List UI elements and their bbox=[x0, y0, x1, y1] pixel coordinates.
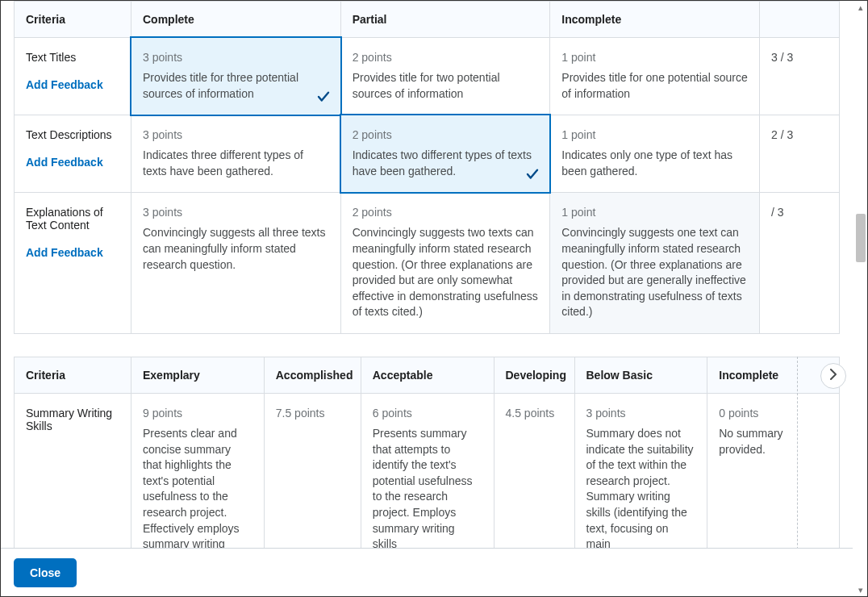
rubric2-header-row: Criteria Exemplary Accomplished Acceptab… bbox=[14, 357, 840, 394]
criterion-name: Text Titles bbox=[26, 51, 119, 64]
criterion-cell: Summary Writing Skills bbox=[14, 394, 131, 548]
level-cell-accomplished[interactable]: 7.5 points bbox=[264, 394, 361, 548]
level-cell-partial[interactable]: 2 points Convincingly suggests two texts… bbox=[340, 193, 550, 334]
checkmark-icon bbox=[525, 167, 540, 184]
criterion-score: 3 / 3 bbox=[759, 38, 840, 115]
rubric1-header-incomplete: Incomplete bbox=[549, 1, 759, 38]
rubric2-header-below-basic: Below Basic bbox=[574, 357, 707, 394]
level-desc: Indicates only one type of text has been… bbox=[561, 148, 748, 179]
level-points: 7.5 points bbox=[276, 407, 349, 420]
level-cell-incomplete[interactable]: 0 points No summary provided. bbox=[707, 394, 840, 548]
level-desc: Convincingly suggests two texts can mean… bbox=[353, 225, 539, 320]
rubric2-header-accomplished: Accomplished bbox=[264, 357, 361, 394]
rubric2-header-criteria: Criteria bbox=[14, 357, 131, 394]
criterion-name: Explanations of Text Content bbox=[26, 206, 119, 232]
close-button[interactable]: Close bbox=[14, 558, 77, 587]
level-points: 2 points bbox=[353, 128, 539, 141]
rubric1-row-text-descriptions: Text Descriptions Add Feedback 3 points … bbox=[14, 115, 840, 193]
outer-scroll-thumb[interactable] bbox=[856, 214, 866, 262]
rubric1-header-score bbox=[759, 1, 840, 38]
rubric1-header-criteria: Criteria bbox=[14, 1, 131, 38]
level-points: 1 point bbox=[561, 51, 748, 64]
level-desc: Summary does not indicate the suitabilit… bbox=[586, 426, 696, 548]
rubric-table-2: Criteria Exemplary Accomplished Acceptab… bbox=[14, 357, 840, 548]
criterion-score: 2 / 3 bbox=[759, 115, 840, 193]
rubric-scroll-area[interactable]: Criteria Complete Partial Incomplete Tex… bbox=[1, 1, 853, 548]
level-cell-complete[interactable]: 3 points Provides title for three potent… bbox=[131, 38, 340, 115]
level-cell-complete[interactable]: 3 points Indicates three different types… bbox=[131, 115, 340, 193]
level-points: 6 points bbox=[373, 407, 482, 420]
add-feedback-link[interactable]: Add Feedback bbox=[26, 156, 103, 169]
footer-bar: Close bbox=[1, 548, 853, 596]
level-cell-complete[interactable]: 3 points Convincingly suggests all three… bbox=[131, 193, 340, 334]
rubric2-header-developing: Developing bbox=[494, 357, 574, 394]
add-feedback-link[interactable]: Add Feedback bbox=[26, 78, 103, 91]
rubric1-header-row: Criteria Complete Partial Incomplete bbox=[14, 1, 840, 38]
level-points: 3 points bbox=[586, 407, 696, 420]
level-points: 3 points bbox=[143, 206, 329, 219]
outer-scroll-down-icon[interactable]: ▾ bbox=[856, 585, 866, 595]
rubric2-header-exemplary: Exemplary bbox=[131, 357, 264, 394]
criterion-cell: Text Titles Add Feedback bbox=[14, 38, 131, 115]
level-points: 3 points bbox=[143, 51, 329, 64]
level-desc: Provides title for one potential source … bbox=[561, 70, 748, 102]
rubric2-overflow-divider bbox=[797, 357, 798, 548]
outer-scroll-up-icon[interactable]: ▴ bbox=[856, 2, 866, 12]
chevron-right-icon bbox=[829, 369, 837, 382]
level-cell-incomplete[interactable]: 1 point Convincingly suggests one text c… bbox=[549, 193, 759, 334]
add-feedback-link[interactable]: Add Feedback bbox=[26, 246, 103, 259]
rubric1-row-text-titles: Text Titles Add Feedback 3 points Provid… bbox=[14, 38, 840, 115]
level-desc: Provides title for two potential sources… bbox=[353, 70, 539, 102]
rubric2-header-acceptable: Acceptable bbox=[361, 357, 494, 394]
rubric1-row-explanations: Explanations of Text Content Add Feedbac… bbox=[14, 193, 840, 334]
level-points: 1 point bbox=[561, 128, 748, 141]
level-desc: No summary provided. bbox=[719, 426, 828, 457]
level-desc: Provides title for three potential sourc… bbox=[143, 70, 329, 102]
rubric1-header-partial: Partial bbox=[340, 1, 550, 38]
level-points: 2 points bbox=[353, 51, 539, 64]
level-points: 4.5 points bbox=[506, 407, 563, 420]
level-cell-developing[interactable]: 4.5 points bbox=[494, 394, 574, 548]
level-desc: Presents clear and concise summary that … bbox=[143, 426, 252, 548]
criterion-name: Summary Writing Skills bbox=[26, 407, 119, 432]
level-cell-partial[interactable]: 2 points Provides title for two potentia… bbox=[340, 38, 550, 115]
level-points: 1 point bbox=[561, 206, 748, 219]
level-desc: Indicates two different types of texts h… bbox=[353, 148, 539, 179]
checkmark-icon bbox=[316, 90, 331, 106]
rubric2-scroll-right-button[interactable] bbox=[820, 363, 846, 389]
rubric2-row-summary-writing: Summary Writing Skills 9 points Presents… bbox=[14, 394, 840, 548]
rubric-table-1: Criteria Complete Partial Incomplete Tex… bbox=[14, 1, 840, 334]
level-points: 9 points bbox=[143, 407, 252, 420]
rubric2-wrap: Criteria Exemplary Accomplished Acceptab… bbox=[14, 357, 840, 548]
level-cell-acceptable[interactable]: 6 points Presents summary that attempts … bbox=[361, 394, 494, 548]
rubric1-header-complete: Complete bbox=[131, 1, 340, 38]
level-desc: Indicates three different types of texts… bbox=[143, 148, 329, 179]
level-cell-incomplete[interactable]: 1 point Indicates only one type of text … bbox=[549, 115, 759, 193]
level-cell-below-basic[interactable]: 3 points Summary does not indicate the s… bbox=[574, 394, 707, 548]
level-points: 2 points bbox=[353, 206, 539, 219]
level-cell-incomplete[interactable]: 1 point Provides title for one potential… bbox=[549, 38, 759, 115]
level-points: 3 points bbox=[143, 128, 329, 141]
level-cell-exemplary[interactable]: 9 points Presents clear and concise summ… bbox=[131, 394, 264, 548]
criterion-cell: Text Descriptions Add Feedback bbox=[14, 115, 131, 193]
criterion-name: Text Descriptions bbox=[26, 128, 119, 141]
level-cell-partial[interactable]: 2 points Indicates two different types o… bbox=[340, 115, 550, 193]
criterion-score: / 3 bbox=[759, 193, 840, 334]
level-desc: Presents summary that attempts to identi… bbox=[373, 426, 482, 548]
level-desc: Convincingly suggests all three texts ca… bbox=[143, 225, 329, 273]
criterion-cell: Explanations of Text Content Add Feedbac… bbox=[14, 193, 131, 334]
level-desc: Convincingly suggests one text can meani… bbox=[561, 225, 748, 320]
level-points: 0 points bbox=[719, 407, 828, 420]
